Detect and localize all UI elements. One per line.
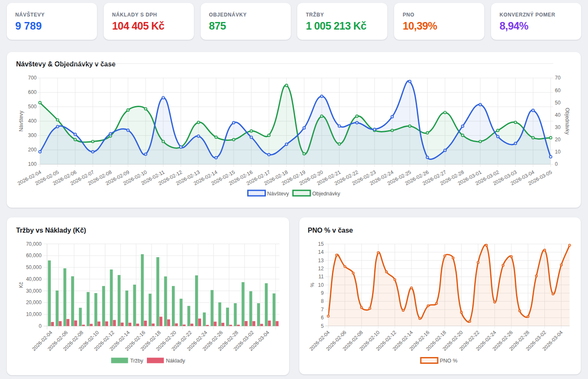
svg-text:60,000: 60,000 [26,253,41,258]
svg-text:40: 40 [555,112,561,118]
svg-text:50,000: 50,000 [26,264,41,270]
svg-text:0: 0 [39,323,41,329]
svg-text:15: 15 [318,241,324,247]
svg-text:10: 10 [318,282,324,288]
svg-text:10: 10 [555,149,561,155]
svg-text:30,000: 30,000 [26,288,41,294]
svg-text:Tržby: Tržby [130,358,144,364]
svg-text:30: 30 [555,124,561,130]
svg-text:500: 500 [28,104,36,110]
svg-text:10,000: 10,000 [26,311,41,317]
svg-text:20: 20 [555,137,561,143]
svg-text:5: 5 [321,323,324,329]
svg-text:0: 0 [555,161,558,167]
svg-text:12: 12 [318,266,324,272]
svg-text:Objednávky: Objednávky [564,108,570,135]
svg-text:%: % [309,283,315,287]
svg-text:200: 200 [28,147,36,153]
svg-text:Kč: Kč [18,282,24,288]
svg-text:70: 70 [555,75,561,81]
svg-text:400: 400 [28,118,36,124]
svg-text:13: 13 [318,258,324,264]
svg-text:100: 100 [28,161,36,167]
svg-text:PNO %: PNO % [440,358,458,364]
svg-text:7: 7 [321,307,324,313]
svg-text:Návštevy: Návštevy [18,111,24,132]
svg-text:70,000: 70,000 [26,241,41,247]
svg-text:9: 9 [321,290,324,296]
svg-text:60: 60 [555,88,561,93]
svg-text:20,000: 20,000 [26,299,41,305]
svg-text:8: 8 [321,298,324,304]
svg-text:600: 600 [28,89,36,95]
svg-text:Návštevy: Návštevy [267,191,289,197]
svg-text:14: 14 [318,249,324,255]
svg-text:11: 11 [318,274,324,280]
svg-text:50: 50 [555,100,561,106]
svg-text:6: 6 [321,315,324,321]
svg-text:300: 300 [28,132,36,138]
svg-text:40,000: 40,000 [26,276,41,282]
svg-text:Objednávky: Objednávky [312,191,341,197]
svg-text:Náklady: Náklady [166,358,185,364]
svg-text:700: 700 [28,75,36,81]
